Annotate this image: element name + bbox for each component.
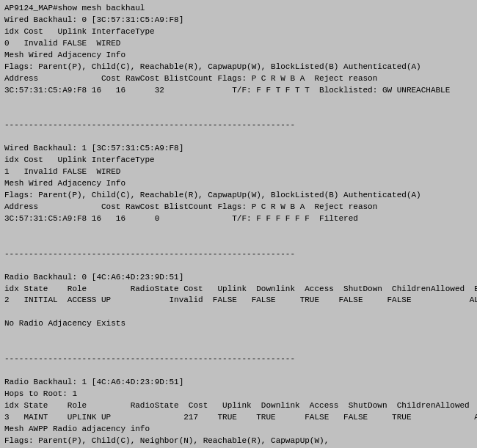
- terminal-line: Address Cost RawCost BlistCount Flags: P…: [4, 202, 473, 213]
- terminal-line: [4, 306, 473, 318]
- terminal-line: AP9124_MAP#show mesh backhaul: [4, 3, 473, 15]
- terminal-line: [4, 97, 473, 109]
- terminal-line: Flags: Parent(P), Child(C), Reachable(R)…: [4, 62, 473, 73]
- terminal-line: Hops to Root: 1: [4, 389, 473, 400]
- terminal-line: Radio Backhaul: 0 [4C:A6:4D:23:9D:51]: [4, 272, 473, 284]
- terminal-line: ----------------------------------------…: [4, 120, 473, 131]
- terminal-line: [4, 342, 473, 353]
- terminal-line: Mesh AWPP Radio adjacency info: [4, 424, 473, 436]
- terminal-line: Wired Backhaul: 1 [3C:57:31:C5:A9:F8]: [4, 143, 473, 155]
- terminal-line: idx State Role RadioState Cost Uplink Do…: [4, 400, 473, 412]
- terminal-line: idx Cost Uplink InterfaceType: [4, 155, 473, 166]
- terminal-line: [4, 225, 473, 237]
- terminal-line: 0 Invalid FALSE WIRED: [4, 38, 473, 50]
- terminal-line: Radio Backhaul: 1 [4C:A6:4D:23:9D:51]: [4, 377, 473, 389]
- terminal-line: ----------------------------------------…: [4, 249, 473, 260]
- terminal-line: 3C:57:31:C5:A9:F8 16 16 0 T/F: F F F F F…: [4, 213, 473, 225]
- terminal-line: Mesh Wired Adjacency Info: [4, 178, 473, 190]
- terminal-line: 3C:57:31:C5:A9:F8 16 16 32 T/F: F F T F …: [4, 85, 473, 97]
- terminal-line: Address Cost RawCost BlistCount Flags: P…: [4, 73, 473, 85]
- terminal-line: Flags: Parent(P), Child(C), Reachable(R)…: [4, 190, 473, 202]
- terminal-line: [4, 330, 473, 342]
- terminal-line: No Radio Adjacency Exists: [4, 318, 473, 330]
- terminal-line: Flags: Parent(P), Child(C), Neighbor(N),…: [4, 436, 473, 447]
- terminal-line: [4, 131, 473, 143]
- terminal-line: [4, 365, 473, 377]
- terminal-line: 1 Invalid FALSE WIRED: [4, 166, 473, 178]
- terminal-line: [4, 260, 473, 272]
- terminal-window: AP9124_MAP#show mesh backhaulWired Backh…: [0, 0, 477, 448]
- terminal-line: 3 MAINT UPLINK UP 217 TRUE TRUE FALSE FA…: [4, 412, 473, 424]
- terminal-line: idx State Role RadioState Cost Uplink Do…: [4, 284, 473, 295]
- terminal-line: idx Cost Uplink InterfaceType: [4, 26, 473, 38]
- terminal-output: AP9124_MAP#show mesh backhaulWired Backh…: [4, 3, 473, 448]
- terminal-line: 2 INITIAL ACCESS UP Invalid FALSE FALSE …: [4, 295, 473, 306]
- terminal-line: [4, 108, 473, 120]
- terminal-line: Mesh Wired Adjacency Info: [4, 50, 473, 62]
- terminal-line: Wired Backhaul: 0 [3C:57:31:C5:A9:F8]: [4, 15, 473, 26]
- terminal-line: [4, 237, 473, 249]
- terminal-line: ----------------------------------------…: [4, 353, 473, 365]
